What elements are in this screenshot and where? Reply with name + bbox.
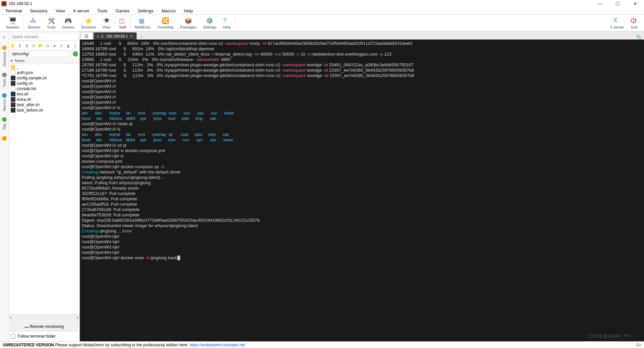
sftp-newfolder-icon[interactable]: 📂	[38, 43, 44, 49]
file-row[interactable]: env.sh	[9, 91, 79, 97]
rail-tools[interactable]: Tools	[2, 73, 7, 87]
rail-collapse-icon[interactable]: «	[3, 35, 5, 40]
file-row[interactable]: task_after.sh	[9, 102, 79, 108]
tool-help[interactable]: ?Help	[220, 16, 234, 30]
split-icon: ◫	[119, 17, 126, 24]
settings-icon: ⚙️	[206, 17, 213, 24]
file-row[interactable]: auth.json	[9, 70, 79, 75]
sh-icon	[11, 76, 15, 80]
tabs-bar: 🏠 ● 2. 192.168.50.1 ✕ + 📎	[80, 31, 644, 40]
file-row[interactable]: extra.sh	[9, 97, 79, 102]
statusbar: UNREGISTERED VERSION - Please support Mo…	[0, 341, 644, 348]
rail-sftp[interactable]: Sftp	[2, 117, 7, 130]
menu-settings[interactable]: Settings	[135, 8, 157, 14]
window-title: 192.168.50.1	[9, 1, 32, 6]
titlebar: 192.168.50.1 — ☐ ✕	[0, 0, 644, 7]
tool-exit[interactable]: ⏻Exit	[627, 16, 641, 30]
tool-tools[interactable]: 🛠️Tools	[44, 16, 59, 30]
tab-session-active[interactable]: ● 2. 192.168.50.1 ✕	[93, 32, 137, 40]
file-list: ..auth.jsonconfig.sample.shconfig.shcron…	[9, 64, 79, 314]
home-icon: 🏠	[84, 34, 89, 38]
follow-terminal-checkbox[interactable]: Follow terminal folder	[10, 333, 78, 340]
menu-view[interactable]: View	[52, 8, 68, 14]
file-row[interactable]: crontab.list	[9, 86, 79, 91]
file-list-header[interactable]: ▾ Name	[9, 58, 79, 64]
sftp-view2-icon[interactable]: ▯	[72, 43, 78, 49]
tunneling-icon: 🔀	[162, 17, 169, 24]
file-scroll[interactable]: ‹›	[9, 314, 79, 320]
col-name: Name	[15, 59, 24, 63]
file-row[interactable]: config.sh	[9, 81, 79, 86]
tool-sessions[interactable]: ⭐Sessions	[77, 16, 99, 30]
menu-x-server[interactable]: X server	[70, 8, 93, 14]
tool-multiexec[interactable]: ▦MultiExec	[131, 16, 154, 30]
lang-indicator[interactable]: En	[636, 343, 641, 347]
tool-settings[interactable]: ⚙️Settings	[200, 16, 220, 30]
menu-games[interactable]: Games	[112, 8, 133, 14]
quick-connect-input[interactable]	[10, 33, 78, 41]
terminal[interactable]: 16546 1 root S 694m 18% 0% /usr/bin/cont…	[80, 40, 644, 341]
tool-view[interactable]: 👁️View	[99, 16, 114, 30]
tab-label: 192.168.50.1	[106, 34, 128, 38]
tool-tunneling[interactable]: 🔀Tunneling	[154, 16, 177, 30]
games-icon: 🎮	[64, 17, 72, 24]
file-row[interactable]: config.sample.sh	[9, 75, 79, 81]
menu-tools[interactable]: Tools	[94, 8, 111, 14]
rail-sessions[interactable]: Sessions	[2, 46, 7, 67]
menu-macros[interactable]: Macros	[158, 8, 179, 14]
tab-num: 2.	[101, 34, 104, 38]
menu-terminal[interactable]: Terminal	[2, 8, 25, 14]
tab-home[interactable]: 🏠	[80, 32, 93, 40]
tools-icon: 🛠️	[48, 17, 55, 24]
attach-icon[interactable]: 📎	[633, 34, 644, 40]
file-icon	[11, 86, 15, 91]
remote-monitoring-button[interactable]: ▬ Remote monitoring	[10, 322, 78, 331]
sftp-upload-icon[interactable]: ⬆	[24, 43, 30, 49]
x server-icon: X	[613, 17, 621, 24]
status-link[interactable]: https://mobaxterm.mobatek.net	[190, 343, 245, 347]
tab-status-dot: ●	[97, 34, 99, 38]
tool-session[interactable]: 🖥️Session	[3, 16, 22, 30]
unregistered-label: UNREGISTERED VERSION	[3, 343, 54, 347]
main-toolbar: 🖥️Session🖧Servers🛠️Tools🎮Games⭐Sessions👁…	[0, 15, 644, 31]
servers-icon: 🖧	[30, 17, 38, 24]
svg-rect-1	[2, 2, 6, 5]
folder-icon	[11, 65, 15, 70]
sftp-download-icon[interactable]: ⬇	[17, 43, 23, 49]
sh-icon	[11, 81, 15, 86]
sh-icon	[11, 97, 15, 102]
menubar: TerminalSessionsViewX serverToolsGamesSe…	[0, 7, 644, 15]
close-button[interactable]: ✕	[631, 1, 640, 6]
sftp-edit-icon[interactable]: A	[59, 43, 64, 49]
sftp-delete-icon[interactable]: ●	[52, 43, 57, 49]
exit-icon: ⏻	[631, 17, 638, 24]
menu-sessions[interactable]: Sessions	[26, 8, 51, 14]
session-icon: 🖥️	[9, 17, 16, 24]
help-icon: ?	[223, 17, 230, 24]
sftp-stop-icon[interactable]: ⊘	[45, 43, 51, 49]
app-icon	[1, 1, 7, 6]
maximize-button[interactable]: ☐	[613, 1, 623, 6]
rail-dot[interactable]	[2, 136, 7, 141]
sftp-view1-icon[interactable]: ▮	[66, 43, 71, 49]
sftp-folder-icon[interactable]: 📁	[10, 43, 16, 49]
minimize-button[interactable]: —	[595, 1, 605, 6]
rail-macros[interactable]: Macros	[2, 93, 7, 111]
file-row[interactable]: ..	[9, 65, 79, 70]
menu-help[interactable]: Help	[180, 8, 196, 14]
tab-close-icon[interactable]: ✕	[130, 34, 133, 39]
tool-x-server[interactable]: XX server	[607, 16, 627, 30]
tool-split[interactable]: ◫Split	[116, 16, 130, 30]
tool-servers[interactable]: 🖧Servers	[24, 16, 44, 30]
tool-games[interactable]: 🎮Games	[59, 16, 77, 30]
tool-packages[interactable]: 📦Packages	[177, 16, 200, 30]
file-row[interactable]: task_before.sh	[9, 108, 79, 113]
left-rail: « SessionsToolsMacrosSftp	[0, 31, 9, 341]
tab-new-button[interactable]: +	[137, 35, 146, 40]
sftp-path-input[interactable]	[10, 51, 71, 57]
path-ok-icon	[73, 51, 78, 57]
sftp-sidebar: 📁 ⬇ ⬆ ⟳ 📂 ⊘ ● A ▮ ▯ ▾ Name ..auth.jsonco…	[9, 31, 80, 341]
sftp-refresh-icon[interactable]: ⟳	[31, 43, 37, 49]
file-icon	[11, 70, 15, 75]
sh-icon	[11, 92, 15, 96]
